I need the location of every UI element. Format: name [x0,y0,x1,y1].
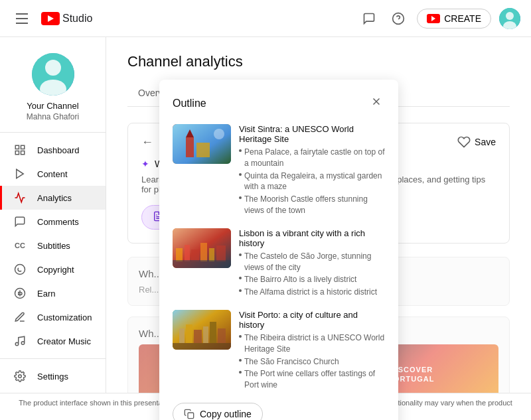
nav-settings[interactable]: Settings [0,364,106,388]
svg-rect-30 [179,328,185,343]
porto-bullet-2: The São Francisco Church [239,356,385,368]
outline-header: Outline [173,93,385,113]
nav-dashboard[interactable]: Dashboard [0,138,106,162]
sintra-title: Visit Sintra: a UNESCO World Heritage Si… [239,124,385,144]
sintra-bullet-2: Quinta da Regaleira, a mystical garden w… [239,171,385,193]
copy-outline-label: Copy outline [200,409,252,419]
sintra-thumbnail [173,124,231,164]
nav-customization[interactable]: Customization [0,305,106,329]
nav-analytics[interactable]: Analytics [0,186,106,210]
youtube-logo: Studio [41,12,92,25]
nav-comments[interactable]: Comments [0,210,106,234]
sintra-bullet-1: Pena Palace, a fairytale castle on top o… [239,147,385,169]
customization-icon [13,311,27,324]
content-icon [13,167,27,180]
lisbon-bullet-2: The Bairro Alto is a lively district [239,274,385,285]
svg-point-2 [45,60,61,76]
nav-creator-music[interactable]: Creator Music [0,329,106,353]
svg-rect-23 [185,245,190,261]
porto-title: Visit Porto: a city of culture and histo… [239,310,385,330]
lisbon-bullet-1: The Castelo de São Jorge, stunning views… [239,251,385,273]
svg-rect-28 [173,260,231,268]
studio-label: Studio [62,13,92,25]
svg-rect-26 [209,248,214,261]
sparkle-icon: ✦ [141,159,149,169]
dashboard-icon [13,143,27,157]
outline-item-sintra: Visit Sintra: a UNESCO World Heritage Si… [173,124,385,218]
create-icon [427,14,440,23]
layout: Your Channel Mahna Ghafori Dashboard Con… [0,0,531,420]
yt-icon [41,12,60,25]
settings-icon [13,370,27,383]
porto-bullet-3: The Port wine cellars offer tastings of … [239,368,385,391]
back-button[interactable]: ← [141,135,153,149]
header-right: CREATE [358,8,520,29]
channel-avatar[interactable] [32,53,74,96]
analytics-icon [13,191,27,204]
header-left: Studio [11,8,92,29]
copy-outline-button[interactable]: Copy outline [173,403,263,420]
svg-point-9 [15,265,25,275]
lisbon-thumbnail [173,228,231,268]
outline-modal-overlay: Outline [159,80,398,420]
nav-content[interactable]: Content [0,162,106,186]
svg-rect-19 [196,143,210,157]
svg-rect-36 [173,343,231,350]
sintra-content: Visit Sintra: a UNESCO World Heritage Si… [239,124,385,218]
svg-point-20 [214,129,224,139]
nav-subtitles[interactable]: CC Subtitles [0,234,106,257]
avatar[interactable] [499,8,520,29]
menu-icon[interactable] [11,8,33,29]
save-label: Save [475,137,496,147]
svg-rect-24 [191,249,199,261]
message-icon[interactable] [358,8,380,29]
outline-title: Outline [173,98,206,109]
channel-handle: Mahna Ghafori [5,112,100,121]
svg-rect-37 [188,413,194,419]
close-button[interactable] [368,93,385,113]
outline-item-porto: Visit Porto: a city of culture and histo… [173,310,385,392]
nav-copyright[interactable]: Copyright [0,257,106,281]
porto-thumbnail [173,310,231,350]
lisbon-title: Lisbon is a vibrant city with a rich his… [239,228,385,248]
svg-rect-4 [15,145,19,149]
comments-icon [13,215,27,228]
svg-rect-17 [186,137,194,157]
nav-earn[interactable]: Earn [0,281,106,305]
svg-rect-27 [216,245,226,261]
copyright-icon [13,263,27,276]
sidebar: Your Channel Mahna Ghafori Dashboard Con… [0,37,106,420]
svg-marker-8 [17,169,24,178]
create-button[interactable]: CREATE [417,9,491,29]
header: Studio CREATE [0,0,531,37]
channel-name: Your Channel [5,101,100,111]
help-icon[interactable] [388,8,409,29]
svg-point-11 [19,375,22,378]
outline-modal: Outline [159,80,398,420]
lisbon-bullet-3: The Alfama district is a historic distri… [239,287,385,298]
svg-rect-7 [21,151,25,155]
svg-rect-31 [186,324,192,343]
channel-info: Your Channel Mahna Ghafori [0,42,106,133]
save-button[interactable]: Save [457,135,496,149]
outline-item-lisbon: Lisbon is a vibrant city with a rich his… [173,228,385,299]
svg-rect-25 [200,243,207,261]
svg-rect-35 [218,328,226,343]
porto-content: Visit Porto: a city of culture and histo… [239,310,385,392]
svg-rect-34 [210,322,216,343]
subtitles-icon: CC [13,239,27,252]
page-title: Channel analytics [127,53,510,70]
sintra-bullet-3: The Moorish Castle offers stunning views… [239,194,385,216]
svg-rect-6 [15,151,19,155]
svg-rect-22 [176,248,183,261]
main-content: Channel analytics Overview Content Audie… [106,37,531,420]
earn-icon [13,287,27,300]
svg-rect-33 [203,326,208,343]
svg-rect-32 [194,330,202,343]
svg-rect-5 [21,145,25,149]
creator-music-icon [13,334,27,348]
lisbon-content: Lisbon is a vibrant city with a rich his… [239,228,385,299]
porto-bullet-1: The Ribeira district is a UNESCO World H… [239,332,385,355]
